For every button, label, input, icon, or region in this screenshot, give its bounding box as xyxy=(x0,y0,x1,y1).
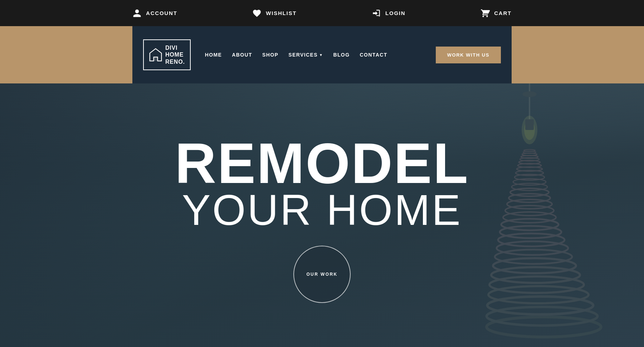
hero-title-remodel: REMODEL xyxy=(175,135,469,192)
nav-item-about[interactable]: ABOUT xyxy=(232,52,252,58)
cart-link[interactable]: CART xyxy=(480,9,512,18)
work-with-us-button[interactable]: WORK WITH US xyxy=(436,47,501,63)
nav-item-shop[interactable]: SHOP xyxy=(262,52,278,58)
utility-bar-inner: ACCOUNT WISHLIST LOGIN xyxy=(132,9,512,18)
hero-content: REMODEL YOUR HOME OUR WORK xyxy=(0,83,644,347)
account-link[interactable]: ACCOUNT xyxy=(132,9,177,18)
logo[interactable]: DIVI HOME RENO. xyxy=(143,39,191,70)
cart-icon xyxy=(480,9,490,18)
cart-label: CART xyxy=(494,10,512,16)
wishlist-icon xyxy=(252,9,262,18)
services-label: SERVICES xyxy=(288,52,318,58)
navbar-left: DIVI HOME RENO. HOME ABOUT SHOP S xyxy=(143,39,387,70)
account-label: ACCOUNT xyxy=(146,10,177,16)
main-navbar: DIVI HOME RENO. HOME ABOUT SHOP S xyxy=(132,26,512,83)
login-link[interactable]: LOGIN xyxy=(372,9,406,18)
navbar-wrapper: DIVI HOME RENO. HOME ABOUT SHOP S xyxy=(0,26,644,83)
wishlist-link[interactable]: WISHLIST xyxy=(252,9,297,18)
hero-section: REMODEL YOUR HOME OUR WORK xyxy=(0,83,644,347)
login-label: LOGIN xyxy=(385,10,406,16)
nav-item-services[interactable]: SERVICES ▼ xyxy=(288,52,323,58)
our-work-button[interactable]: OUR WORK xyxy=(293,246,351,303)
logo-text: DIVI HOME RENO. xyxy=(165,44,185,65)
account-icon xyxy=(132,9,142,18)
nav-item-blog[interactable]: BLOG xyxy=(333,52,350,58)
nav-menu: HOME ABOUT SHOP SERVICES ▼ BLOG xyxy=(205,52,387,58)
wishlist-label: WISHLIST xyxy=(266,10,297,16)
nav-item-home[interactable]: HOME xyxy=(205,52,222,58)
logo-house-icon xyxy=(149,48,162,62)
hero-title-your-home: YOUR HOME xyxy=(182,188,462,231)
login-icon xyxy=(372,9,381,18)
chevron-down-icon: ▼ xyxy=(319,53,323,57)
utility-bar: ACCOUNT WISHLIST LOGIN xyxy=(0,0,644,26)
svg-rect-0 xyxy=(154,57,158,61)
nav-item-contact[interactable]: CONTACT xyxy=(360,52,387,58)
